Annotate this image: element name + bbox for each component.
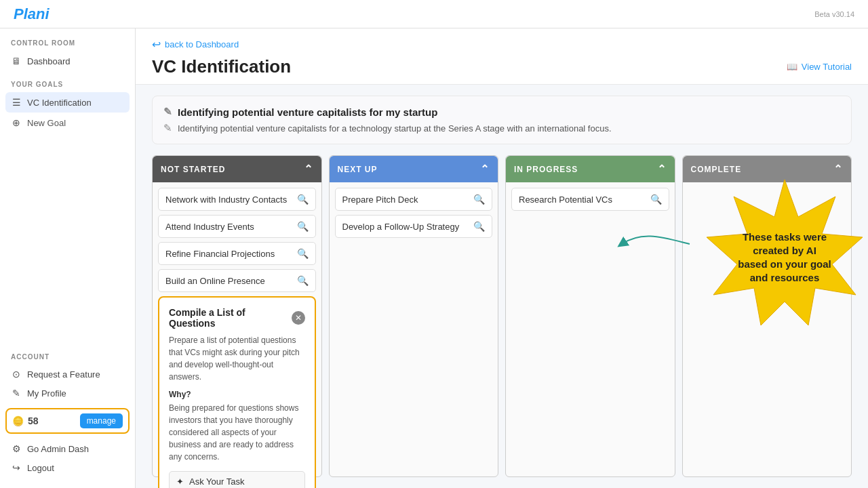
main-content: ↩ back to Dashboard VC Identification 📖 … xyxy=(136,28,868,488)
slider-icon: ⚙ xyxy=(11,443,22,454)
pencil-desc-icon: ✎ xyxy=(163,122,172,134)
coin-icon: 🪙 xyxy=(12,415,24,426)
svg-text:and resources: and resources xyxy=(749,272,819,283)
chevron-up-icon: ⌃ xyxy=(657,163,667,176)
col-body-in-progress: Research Potential VCs 🔍 xyxy=(506,182,675,216)
search-icon: 🔍 xyxy=(473,221,485,232)
close-expanded-card-button[interactable]: ✕ xyxy=(292,311,305,325)
view-tutorial-button[interactable]: 📖 View Tutorial xyxy=(787,62,852,72)
search-icon: 🔍 xyxy=(473,194,485,205)
task-card[interactable]: Build an Online Presence 🔍 xyxy=(158,269,316,292)
chevron-up-icon: ⌃ xyxy=(833,163,843,176)
expanded-card-header: Compile a List of Questions ✕ xyxy=(169,307,305,329)
svg-text:created by AI: created by AI xyxy=(753,245,816,256)
column-in-progress: IN PROGRESS ⌃ Research Potential VCs 🔍 xyxy=(505,155,675,477)
logout-icon: ↪ xyxy=(11,462,22,473)
ai-callout: These tasks were created by AI based on … xyxy=(690,176,869,328)
task-card[interactable]: Prepare Pitch Deck 🔍 xyxy=(335,188,493,211)
search-icon: 🔍 xyxy=(650,194,662,205)
sidebar-item-logout[interactable]: ↪ Logout xyxy=(0,458,135,477)
app-logo: Plani xyxy=(14,5,50,23)
plus-circle-icon: ⊕ xyxy=(11,117,22,128)
col-header-not-started: NOT STARTED ⌃ xyxy=(153,156,321,182)
task-card[interactable]: Develop a Follow-Up Strategy 🔍 xyxy=(335,215,493,238)
kanban-board: NOT STARTED ⌃ Network with Industry Cont… xyxy=(136,155,868,488)
search-icon: 🔍 xyxy=(297,275,309,286)
why-label: Why? xyxy=(169,390,305,399)
column-next-up: NEXT UP ⌃ Prepare Pitch Deck 🔍 Develop a… xyxy=(329,155,499,477)
col-header-in-progress: IN PROGRESS ⌃ xyxy=(506,156,675,182)
monitor-icon: 🖥 xyxy=(11,56,22,66)
sidebar: CONTROL ROOM 🖥 Dashboard YOUR GOALS ☰ VC… xyxy=(0,28,136,488)
control-room-label: CONTROL ROOM xyxy=(0,39,135,51)
column-not-started: NOT STARTED ⌃ Network with Industry Cont… xyxy=(152,155,322,477)
search-icon: 🔍 xyxy=(297,221,309,232)
back-to-dashboard[interactable]: ↩ back to Dashboard xyxy=(152,38,852,51)
ask-icon: ✦ xyxy=(176,476,184,487)
goal-card-description: ✎ Identifying potential venture capitali… xyxy=(163,122,840,134)
task-card[interactable]: Network with Industry Contacts 🔍 xyxy=(158,188,316,211)
book-icon: 📖 xyxy=(787,62,797,72)
your-goals-label: YOUR GOALS xyxy=(0,71,135,92)
topbar: Plani Beta v30.14 xyxy=(0,0,868,28)
expanded-card-title: Compile a List of Questions xyxy=(169,307,292,329)
chevron-up-icon: ⌃ xyxy=(304,163,313,176)
sidebar-item-new-goal[interactable]: ⊕ New Goal xyxy=(0,113,135,133)
task-card[interactable]: Research Potential VCs 🔍 xyxy=(511,188,669,211)
sidebar-item-my-profile[interactable]: ✎ My Profile xyxy=(0,384,135,403)
app-version: Beta v30.14 xyxy=(814,10,854,18)
expanded-card-description: Prepare a list of potential questions th… xyxy=(169,334,305,383)
page-title-row: VC Identification 📖 View Tutorial xyxy=(152,56,852,77)
goal-card-title: ✎ Identifying potential venture capitali… xyxy=(163,106,840,118)
main-header: ↩ back to Dashboard VC Identification 📖 … xyxy=(136,28,868,85)
list-icon: ☰ xyxy=(11,97,22,108)
arrow-svg xyxy=(615,224,696,264)
sidebar-item-request-feature[interactable]: ⊙ Request a Feature xyxy=(0,365,135,384)
col-body-not-started: Network with Industry Contacts 🔍 Attend … xyxy=(153,182,321,488)
chevron-up-icon: ⌃ xyxy=(480,163,490,176)
goal-card: ✎ Identifying potential venture capitali… xyxy=(152,96,852,144)
task-card[interactable]: Attend Industry Events 🔍 xyxy=(158,215,316,238)
manage-button[interactable]: manage xyxy=(80,413,123,428)
column-complete: COMPLETE ⌃ These tasks were created by A… xyxy=(682,155,852,477)
expanded-task-card: Compile a List of Questions ✕ Prepare a … xyxy=(158,296,316,488)
search-icon: 🔍 xyxy=(297,194,309,205)
pencil-edit-icon: ✎ xyxy=(163,106,172,118)
sidebar-item-go-admin[interactable]: ⚙ Go Admin Dash xyxy=(0,439,135,458)
circle-icon: ⊙ xyxy=(11,369,22,380)
starburst-svg: These tasks were created by AI based on … xyxy=(690,176,869,325)
task-card[interactable]: Refine Financial Projections 🔍 xyxy=(158,242,316,265)
col-body-next-up: Prepare Pitch Deck 🔍 Develop a Follow-Up… xyxy=(330,182,498,243)
svg-text:These tasks were: These tasks were xyxy=(742,231,826,243)
why-text: Being prepared for questions shows inves… xyxy=(169,402,305,463)
sidebar-item-dashboard[interactable]: 🖥 Dashboard xyxy=(0,51,135,71)
dashboard-label: Dashboard xyxy=(27,56,71,66)
account-section-label: ACCOUNT xyxy=(0,353,135,365)
col-header-next-up: NEXT UP ⌃ xyxy=(330,156,498,182)
ask-your-task-button[interactable]: ✦ Ask Your Task xyxy=(169,471,305,488)
vc-identification-label: VC Identification xyxy=(27,98,92,108)
pencil-icon: ✎ xyxy=(11,388,22,399)
page-title: VC Identification xyxy=(152,56,291,77)
back-arrow-icon: ↩ xyxy=(152,38,161,51)
new-goal-label: New Goal xyxy=(27,118,66,128)
coins-count: 58 xyxy=(28,415,39,426)
search-icon: 🔍 xyxy=(297,248,309,259)
coins-info: 🪙 58 xyxy=(12,415,39,426)
coins-bar: 🪙 58 manage xyxy=(5,408,130,434)
svg-text:based on your goal: based on your goal xyxy=(738,258,831,270)
sidebar-item-vc-identification[interactable]: ☰ VC Identification xyxy=(5,92,130,113)
